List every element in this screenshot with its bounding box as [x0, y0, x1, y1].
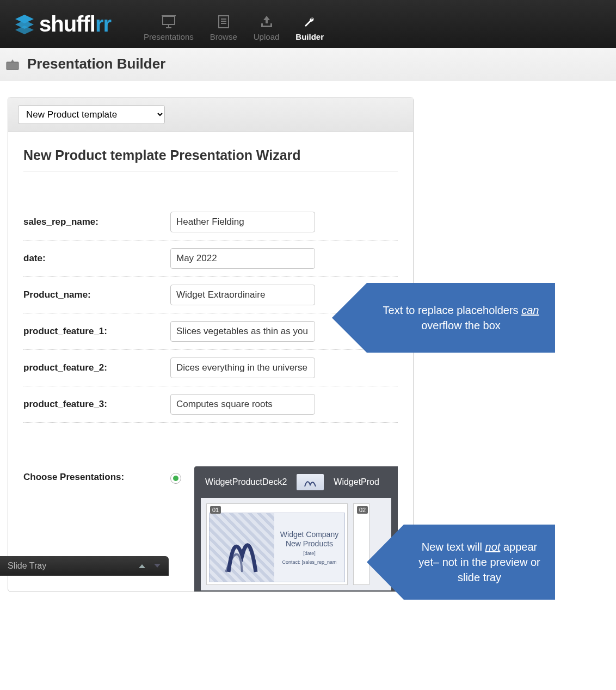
svg-rect-3 [163, 16, 175, 24]
deck-tab-1[interactable]: WidgetProductDeck2 [205, 477, 287, 487]
svg-rect-12 [261, 23, 263, 26]
slide-logo-icon [210, 513, 274, 582]
svg-marker-17 [139, 564, 145, 568]
nav-browse[interactable]: Browse [210, 15, 237, 41]
svg-marker-2 [15, 26, 34, 34]
callout-em: not [485, 541, 501, 553]
deck-thumb-icon [297, 474, 324, 490]
product-name-input[interactable] [170, 285, 315, 305]
nav-items: Presentations Browse [144, 0, 324, 48]
slide-card-1[interactable]: 01 Widget Company New Products [206, 503, 348, 585]
callout-em: can [521, 304, 539, 316]
template-select[interactable]: New Product template [18, 105, 165, 124]
callout-text: Text to replace placeholders [383, 304, 522, 316]
nav-label: Builder [295, 32, 324, 41]
brand-text-accent: rr [95, 12, 111, 36]
brand-text-pre: shuffl [39, 12, 95, 36]
slide-tray-label: Slide Tray [8, 561, 46, 571]
callout-text: overflow the box [421, 319, 501, 331]
svg-marker-15 [11, 59, 14, 62]
field-row: date: [23, 241, 398, 277]
field-label-feature-1: product_feature_1: [23, 326, 170, 337]
callout-text: New text will [422, 541, 485, 553]
page-header: Presentation Builder [0, 48, 616, 81]
brand-logo[interactable]: shufflrr [13, 12, 111, 36]
field-row: product_feature_3: [23, 386, 398, 423]
slide-number: 01 [210, 506, 221, 514]
nav-presentations[interactable]: Presentations [144, 15, 194, 41]
slide-title-l1: Widget Company [280, 530, 338, 539]
nav-label: Browse [210, 32, 237, 41]
callout-preview: New text will not appear yet– not in the… [404, 525, 555, 600]
browse-icon [217, 15, 231, 29]
nav-upload[interactable]: Upload [254, 15, 280, 41]
product-feature-1-input[interactable] [170, 321, 315, 342]
nav-label: Upload [254, 32, 280, 41]
field-label-sales-rep: sales_rep_name: [23, 217, 170, 227]
chevron-up-icon[interactable] [138, 561, 146, 571]
product-feature-3-input[interactable] [170, 394, 315, 415]
nav-builder[interactable]: Builder [295, 15, 324, 41]
field-label-product-name: Product_name: [23, 289, 170, 300]
panel-body: New Product template Presentation Wizard… [8, 132, 413, 592]
radio-selected-icon [170, 473, 181, 484]
field-row: sales_rep_name: [23, 204, 398, 241]
choose-radio[interactable] [170, 466, 194, 592]
brand-text: shufflrr [39, 12, 111, 36]
svg-rect-13 [270, 23, 272, 26]
field-label-date: date: [23, 253, 170, 264]
presentation-icon [161, 15, 176, 29]
field-label-feature-3: product_feature_3: [23, 399, 170, 410]
svg-rect-14 [7, 62, 19, 70]
upload-icon [259, 15, 274, 29]
wizard-title: New Product template Presentation Wizard [23, 147, 398, 171]
field-label-feature-2: product_feature_2: [23, 362, 170, 373]
chevron-down-icon[interactable] [153, 561, 161, 571]
builder-page-icon [5, 58, 20, 71]
slide-contact-ph: Contact: [sales_rep_nam [282, 559, 336, 565]
date-input[interactable] [170, 248, 315, 269]
nav-label: Presentations [144, 32, 194, 41]
slide-tray[interactable]: Slide Tray [0, 556, 169, 576]
slide-title-l2: New Products [286, 539, 333, 549]
wrench-icon [303, 15, 317, 29]
deck-tab-2[interactable]: WidgetProd [334, 477, 379, 487]
callout-overflow: Text to replace placeholders can overflo… [367, 283, 555, 353]
slide-number: 02 [357, 506, 368, 514]
deck-slides: 01 Widget Company New Products [201, 498, 391, 590]
product-feature-2-input[interactable] [170, 358, 315, 378]
svg-marker-18 [154, 564, 161, 568]
page-title: Presentation Builder [27, 56, 165, 72]
brand-stack-icon [13, 13, 36, 35]
field-row: product_feature_2: [23, 350, 398, 386]
panel-toolbar: New Product template [8, 97, 413, 132]
deck-tabs: WidgetProductDeck2 WidgetProd [194, 466, 398, 498]
sales-rep-name-input[interactable] [170, 212, 315, 232]
slide-date-ph: [date] [303, 551, 316, 556]
slide-text: Widget Company New Products [date] Conta… [274, 513, 344, 582]
top-nav: shufflrr Presentations [0, 0, 616, 48]
slide-content: Widget Company New Products [date] Conta… [209, 513, 345, 582]
